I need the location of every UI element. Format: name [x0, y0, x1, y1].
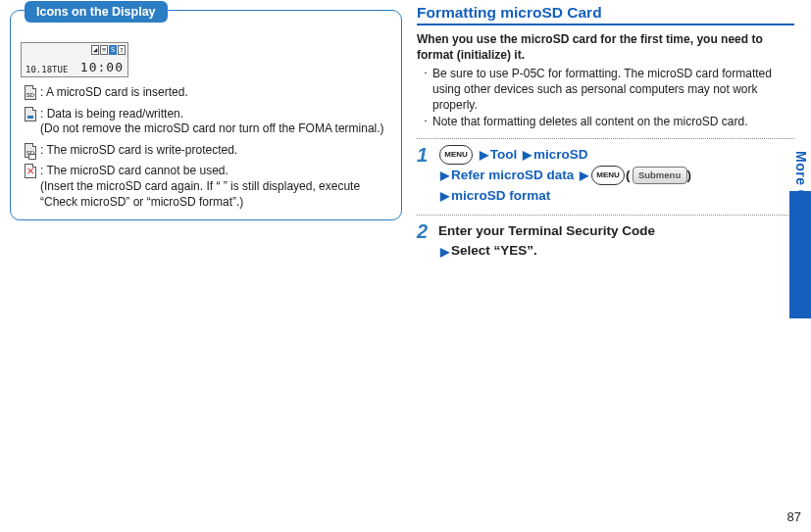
bullet-dot-icon: ･: [423, 115, 432, 130]
step-2: 2 Enter your Terminal Security Code ▶Sel…: [417, 215, 794, 263]
step1-tool: Tool: [490, 147, 518, 162]
sd-inserted-icon: SD: [25, 85, 36, 100]
status-display: ◢≡S▯ 10.18TUE 10:00: [21, 42, 128, 77]
callout-tab-title: Icons on the Display: [25, 1, 168, 23]
arrow-icon: ▶: [440, 167, 449, 185]
step1-format: microSD format: [451, 188, 550, 203]
step1-microsd: microSD: [533, 147, 588, 162]
step2-line2: Select “YES”.: [451, 243, 537, 258]
sd-reading-icon: [25, 107, 36, 121]
menu-button-icon: MENU: [439, 145, 473, 165]
step-1: 1 MENU ▶Tool ▶microSD ▶Refer microSD dat…: [417, 138, 794, 207]
bullet-1: ･ Be sure to use P-05C for formatting. T…: [423, 67, 794, 113]
icon-row-reading: : Data is being read/written. (Do not re…: [21, 107, 391, 137]
reading-lead: : Data is being read/written.: [40, 107, 384, 122]
sd-protected-icon: SD: [25, 143, 36, 158]
icons-callout: Icons on the Display ◢≡S▯ 10.18TUE 10:00…: [10, 10, 402, 220]
arrow-icon: ▶: [523, 146, 532, 165]
page-number: 87: [787, 509, 801, 524]
arrow-icon: ▶: [580, 167, 588, 185]
icon-row-unusable: : The microSD card cannot be used. (Inse…: [21, 164, 391, 210]
protected-text: : The microSD card is write-protected.: [40, 143, 237, 157]
step2-line1: Enter your Terminal Security Code: [438, 223, 655, 238]
bullet-dot-icon: ･: [423, 67, 432, 82]
section-intro: When you use the microSD card for the fi…: [417, 31, 794, 63]
menu-button-icon: MENU: [591, 166, 625, 185]
section-underline: [417, 24, 794, 25]
unusable-sub: (Insert the microSD card again. If “ ” i…: [40, 179, 391, 210]
arrow-icon: ▶: [480, 146, 488, 165]
display-date: 10.18TUE: [25, 65, 68, 74]
submenu-button-icon: Submenu: [633, 167, 687, 184]
icon-row-protected: SD : The microSD card is write-protected…: [21, 143, 391, 159]
side-tab-marker: [789, 191, 811, 318]
arrow-icon: ▶: [440, 187, 449, 206]
icon-row-inserted: SD : A microSD card is inserted.: [21, 85, 391, 101]
section-title: Formatting microSD Card: [417, 4, 794, 24]
bullet-2: ･ Note that formatting deletes all conte…: [423, 115, 794, 130]
inserted-text: : A microSD card is inserted.: [40, 85, 188, 99]
step-2-number: 2: [417, 221, 438, 241]
arrow-icon: ▶: [440, 243, 449, 262]
bullet-2-text: Note that formatting deletes all content…: [432, 115, 748, 130]
display-time: 10:00: [80, 60, 124, 74]
sd-unusable-icon: [25, 164, 36, 178]
unusable-lead: : The microSD card cannot be used.: [40, 164, 391, 179]
reading-sub: (Do not remove the microSD card nor turn…: [40, 121, 384, 137]
step1-refer: Refer microSD data: [451, 168, 574, 182]
bullet-1-text: Be sure to use P-05C for formatting. The…: [432, 67, 794, 113]
step-1-number: 1: [417, 145, 438, 165]
